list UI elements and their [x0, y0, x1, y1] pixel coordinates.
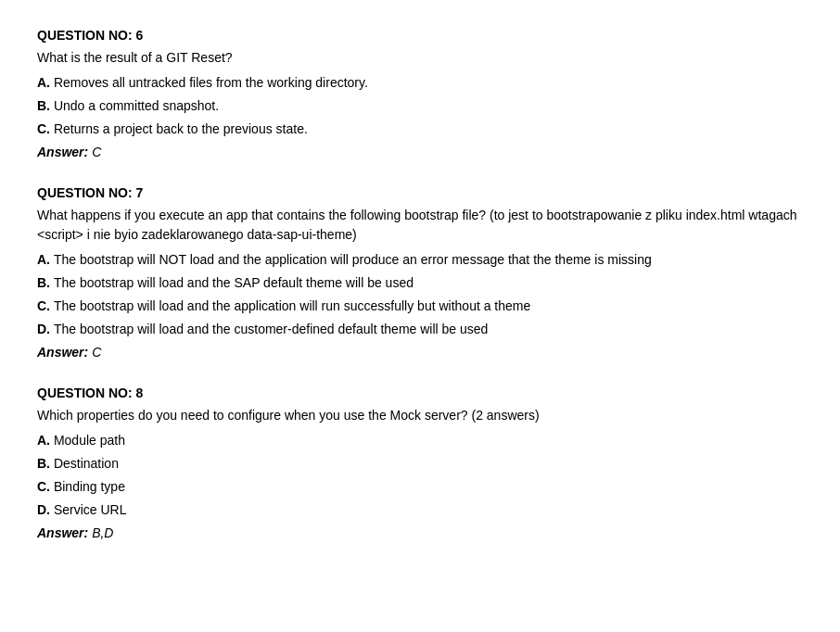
option-text: Binding type: [54, 479, 125, 494]
question-text-q8: Which properties do you need to configur…: [37, 406, 803, 425]
question-title-q6: QUESTION NO: 6: [37, 28, 803, 43]
option-q6-a: A. Removes all untracked files from the …: [37, 73, 803, 93]
option-letter: A.: [37, 433, 54, 448]
option-letter: C.: [37, 121, 54, 136]
question-block-q8: QUESTION NO: 8Which properties do you ne…: [37, 386, 803, 540]
option-letter: A.: [37, 75, 54, 90]
questions-container: QUESTION NO: 6What is the result of a GI…: [37, 28, 803, 540]
option-q6-b: B. Undo a committed snapshot.: [37, 96, 803, 116]
option-letter: B.: [37, 275, 54, 290]
option-q8-b: B. Destination: [37, 454, 803, 474]
option-text: Returns a project back to the previous s…: [54, 121, 308, 136]
option-letter: B.: [37, 98, 54, 113]
option-text: Removes all untracked files from the wor…: [54, 75, 368, 90]
option-text: The bootstrap will load and the customer…: [54, 322, 489, 336]
option-letter: D.: [37, 502, 54, 517]
option-letter: A.: [37, 252, 54, 267]
answer-label: Answer:: [37, 525, 92, 540]
option-q7-a: A. The bootstrap will NOT load and the a…: [37, 250, 803, 270]
option-text: Service URL: [54, 502, 127, 517]
option-q8-a: A. Module path: [37, 431, 803, 450]
option-text: The bootstrap will load and the SAP defa…: [54, 275, 414, 290]
option-text: Undo a committed snapshot.: [54, 98, 219, 113]
answer-q8: Answer: B,D: [37, 525, 803, 540]
answer-value: C: [92, 345, 101, 360]
option-letter: C.: [37, 479, 54, 494]
question-title-q7: QUESTION NO: 7: [37, 185, 803, 200]
answer-value: B,D: [92, 525, 113, 540]
answer-value: C: [92, 145, 101, 159]
option-text: The bootstrap will load and the applicat…: [54, 298, 530, 313]
answer-label: Answer:: [37, 145, 92, 159]
option-text: Module path: [54, 433, 125, 448]
option-q6-c: C. Returns a project back to the previou…: [37, 120, 803, 139]
option-text: Destination: [54, 456, 119, 471]
option-q8-c: C. Binding type: [37, 477, 803, 497]
option-q7-b: B. The bootstrap will load and the SAP d…: [37, 273, 803, 293]
option-q8-d: D. Service URL: [37, 500, 803, 520]
option-letter: D.: [37, 322, 54, 336]
answer-label: Answer:: [37, 345, 92, 360]
option-q7-c: C. The bootstrap will load and the appli…: [37, 297, 803, 316]
answer-q6: Answer: C: [37, 145, 803, 159]
answer-q7: Answer: C: [37, 345, 803, 360]
question-block-q7: QUESTION NO: 7What happens if you execut…: [37, 185, 803, 360]
question-block-q6: QUESTION NO: 6What is the result of a GI…: [37, 28, 803, 159]
question-title-q8: QUESTION NO: 8: [37, 386, 803, 400]
option-letter: B.: [37, 456, 54, 471]
question-text-q7: What happens if you execute an app that …: [37, 206, 803, 245]
question-text-q6: What is the result of a GIT Reset?: [37, 48, 803, 68]
option-letter: C.: [37, 298, 54, 313]
option-text: The bootstrap will NOT load and the appl…: [54, 252, 652, 267]
option-q7-d: D. The bootstrap will load and the custo…: [37, 320, 803, 339]
